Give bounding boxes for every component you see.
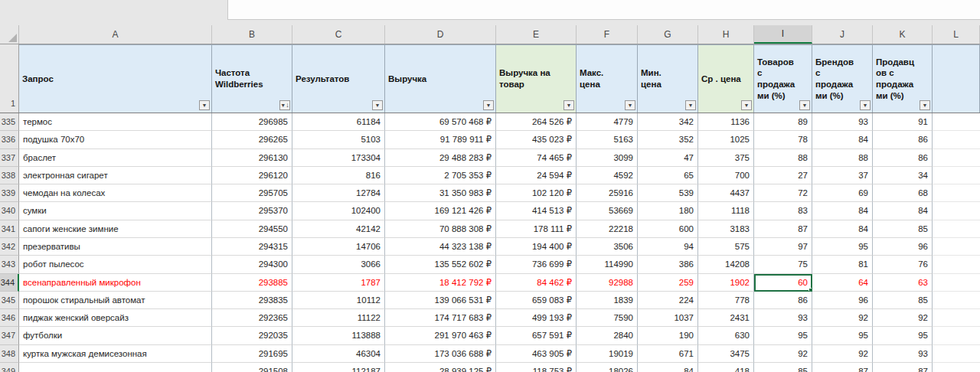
cell-J337[interactable]: 88 bbox=[812, 149, 873, 167]
cell-D335[interactable]: 69 570 468 ₽ bbox=[385, 113, 496, 131]
row-header-340[interactable]: 340 bbox=[0, 202, 19, 220]
row-header-335[interactable]: 335 bbox=[0, 113, 19, 131]
cell-B347[interactable]: 292035 bbox=[212, 327, 292, 344]
cell-G345[interactable]: 224 bbox=[638, 292, 698, 309]
cell-G342[interactable]: 94 bbox=[638, 238, 698, 256]
cell-I348[interactable]: 92 bbox=[754, 345, 812, 363]
cell-I337[interactable]: 88 bbox=[754, 149, 812, 167]
cell-H345[interactable]: 778 bbox=[698, 292, 754, 309]
cell-K344[interactable]: 63 bbox=[873, 274, 933, 292]
cell-F342[interactable]: 3506 bbox=[577, 238, 638, 256]
cell-L348[interactable] bbox=[933, 345, 980, 363]
cell-K342[interactable]: 96 bbox=[873, 238, 933, 256]
header-cell-D[interactable]: Выручка▼ bbox=[385, 44, 496, 113]
cell-B341[interactable]: 294550 bbox=[212, 220, 292, 238]
header-cell-F[interactable]: Макс. цена▼ bbox=[577, 44, 638, 113]
cell-I343[interactable]: 75 bbox=[754, 256, 812, 273]
cell-K335[interactable]: 91 bbox=[873, 113, 933, 131]
cell-I336[interactable]: 78 bbox=[754, 131, 812, 148]
cell-B342[interactable]: 294315 bbox=[212, 238, 292, 256]
row-header-343[interactable]: 343 bbox=[0, 256, 19, 273]
cell-H338[interactable]: 700 bbox=[698, 167, 754, 184]
cell-K340[interactable]: 84 bbox=[873, 202, 933, 220]
cell-J342[interactable]: 95 bbox=[812, 238, 873, 256]
cell-G341[interactable]: 600 bbox=[638, 220, 698, 238]
cell-D349[interactable]: 28 939 125 ₽ bbox=[385, 363, 496, 372]
cell-E343[interactable]: 736 699 ₽ bbox=[496, 256, 577, 273]
cell-A341[interactable]: сапоги женские зимние bbox=[19, 220, 212, 238]
cell-H337[interactable]: 375 bbox=[698, 149, 754, 167]
column-header-J[interactable]: J bbox=[812, 25, 873, 44]
filter-dropdown-icon-A[interactable]: ▼ bbox=[199, 100, 210, 110]
row-header-348[interactable]: 348 bbox=[0, 345, 19, 363]
cell-G346[interactable]: 1037 bbox=[638, 309, 698, 327]
cell-C347[interactable]: 113888 bbox=[292, 327, 385, 344]
row-header-342[interactable]: 342 bbox=[0, 238, 19, 256]
cell-D341[interactable]: 70 888 308 ₽ bbox=[385, 220, 496, 238]
cell-B335[interactable]: 296985 bbox=[212, 113, 292, 131]
cell-J336[interactable]: 84 bbox=[812, 131, 873, 148]
cell-H339[interactable]: 4437 bbox=[698, 184, 754, 202]
cell-B349[interactable]: 291508 bbox=[212, 363, 292, 372]
cell-A349[interactable] bbox=[19, 363, 212, 372]
fill-handle[interactable] bbox=[808, 288, 812, 292]
cell-F338[interactable]: 4592 bbox=[577, 167, 638, 184]
cell-K336[interactable]: 86 bbox=[873, 131, 933, 148]
cell-E342[interactable]: 194 400 ₽ bbox=[496, 238, 577, 256]
cell-A345[interactable]: порошок стиральный автомат bbox=[19, 292, 212, 309]
cell-H340[interactable]: 1118 bbox=[698, 202, 754, 220]
cell-E335[interactable]: 264 526 ₽ bbox=[496, 113, 577, 131]
cell-I349[interactable]: 85 bbox=[754, 363, 812, 372]
cell-H335[interactable]: 1136 bbox=[698, 113, 754, 131]
row-header-345[interactable]: 345 bbox=[0, 292, 19, 309]
header-cell-G[interactable]: Мин. цена▼ bbox=[638, 44, 698, 113]
cell-D340[interactable]: 169 121 426 ₽ bbox=[385, 202, 496, 220]
cell-C342[interactable]: 14706 bbox=[292, 238, 385, 256]
cell-L335[interactable] bbox=[933, 113, 980, 131]
cell-C344[interactable]: 1787 bbox=[292, 274, 385, 292]
header-cell-K[interactable]: Продавц ов с продажа ми (%)▼ bbox=[873, 44, 933, 113]
cell-C338[interactable]: 816 bbox=[292, 167, 385, 184]
cell-J349[interactable]: 87 bbox=[812, 363, 873, 372]
cell-L343[interactable] bbox=[933, 256, 980, 273]
selected-cell-I344[interactable]: 60 bbox=[754, 274, 812, 292]
cell-I345[interactable]: 86 bbox=[754, 292, 812, 309]
filter-dropdown-icon-C[interactable]: ▼ bbox=[372, 100, 383, 110]
cell-C345[interactable]: 10112 bbox=[292, 292, 385, 309]
cell-E345[interactable]: 659 083 ₽ bbox=[496, 292, 577, 309]
header-cell-I[interactable]: Товаров с продажа ми (%)▼ bbox=[754, 44, 812, 113]
cell-B339[interactable]: 295705 bbox=[212, 184, 292, 202]
cell-D337[interactable]: 29 488 283 ₽ bbox=[385, 149, 496, 167]
formula-bar-input[interactable] bbox=[227, 0, 980, 20]
cell-L337[interactable] bbox=[933, 149, 980, 167]
cell-J343[interactable]: 81 bbox=[812, 256, 873, 273]
cell-K337[interactable]: 86 bbox=[873, 149, 933, 167]
cell-J348[interactable]: 92 bbox=[812, 345, 873, 363]
header-cell-H[interactable]: Ср . цена▼ bbox=[698, 44, 754, 113]
cell-J345[interactable]: 96 bbox=[812, 292, 873, 309]
cell-L339[interactable] bbox=[933, 184, 980, 202]
cell-J344[interactable]: 64 bbox=[812, 274, 873, 292]
cell-A344[interactable]: всенаправленный микрофон bbox=[19, 274, 212, 292]
cell-K347[interactable]: 95 bbox=[873, 327, 933, 344]
cell-H347[interactable]: 630 bbox=[698, 327, 754, 344]
cell-B338[interactable]: 296120 bbox=[212, 167, 292, 184]
cell-H349[interactable]: 418 bbox=[698, 363, 754, 372]
cell-F335[interactable]: 4779 bbox=[577, 113, 638, 131]
cell-L340[interactable] bbox=[933, 202, 980, 220]
cell-K339[interactable]: 68 bbox=[873, 184, 933, 202]
cell-H341[interactable]: 3183 bbox=[698, 220, 754, 238]
filter-dropdown-icon-H[interactable]: ▼ bbox=[741, 100, 752, 110]
cell-F340[interactable]: 53669 bbox=[577, 202, 638, 220]
cell-H344[interactable]: 1902 bbox=[698, 274, 754, 292]
cell-L344[interactable] bbox=[933, 274, 980, 292]
cell-F343[interactable]: 114990 bbox=[577, 256, 638, 273]
cell-F344[interactable]: 92988 bbox=[577, 274, 638, 292]
cell-C341[interactable]: 42142 bbox=[292, 220, 385, 238]
row-header-339[interactable]: 339 bbox=[0, 184, 19, 202]
column-header-B[interactable]: B bbox=[212, 25, 292, 44]
filter-dropdown-icon-J[interactable]: ▼ bbox=[860, 100, 871, 110]
filter-dropdown-icon-B[interactable]: ▼↓ bbox=[279, 100, 290, 110]
cell-D345[interactable]: 139 066 531 ₽ bbox=[385, 292, 496, 309]
cell-E348[interactable]: 463 905 ₽ bbox=[496, 345, 577, 363]
